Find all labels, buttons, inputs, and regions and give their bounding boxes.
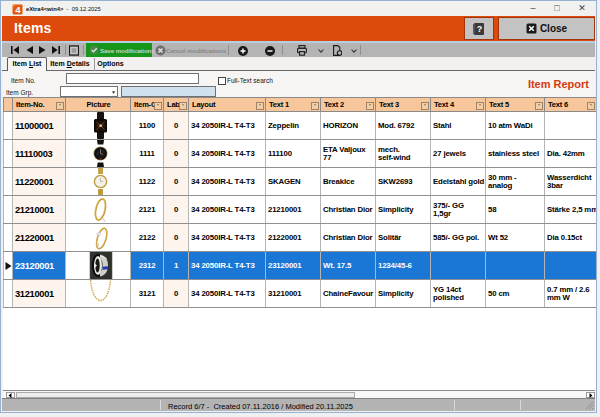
svg-text:4: 4	[15, 4, 21, 15]
svg-text:?: ?	[477, 24, 483, 34]
